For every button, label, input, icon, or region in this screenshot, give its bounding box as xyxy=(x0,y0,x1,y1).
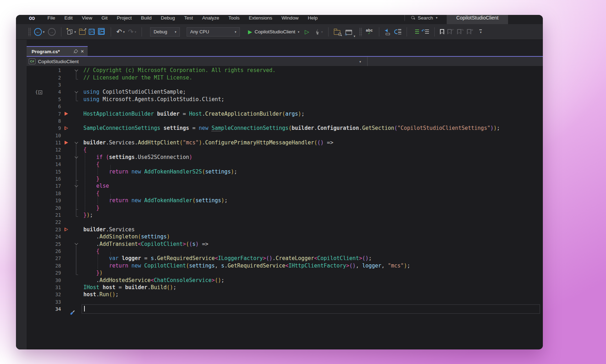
code-line[interactable]: 28 return new CopilotClient(settings, s.… xyxy=(27,262,543,269)
toggle-bookmark-button[interactable] xyxy=(440,29,444,34)
code-line[interactable]: 5using Microsoft.Agents.CopilotStudio.Cl… xyxy=(27,96,543,103)
solution-platform-dropdown[interactable]: Any CPU ▾ xyxy=(187,27,240,37)
new-project-button[interactable]: ✦ ▾ xyxy=(67,28,76,35)
previous-bookmark-button[interactable]: ↶ xyxy=(447,29,454,34)
search-box[interactable]: Search ▾ xyxy=(401,15,437,21)
tab-program-cs[interactable]: Program.cs* ✕ xyxy=(27,46,88,56)
undo-button[interactable]: ↶ ▾ xyxy=(116,28,125,35)
code-line[interactable]: 24 .AddSingleton(settings) xyxy=(27,233,543,240)
code-line[interactable]: 30 .AddHostedService<ChatConsoleService>… xyxy=(27,276,543,283)
menu-item-git[interactable]: Git xyxy=(97,15,112,21)
start-without-debugging-button[interactable]: ▷ xyxy=(305,28,309,35)
spell-checker-button[interactable]: abc ✓ xyxy=(366,28,373,35)
save-button[interactable] xyxy=(89,29,95,35)
hot-reload-button[interactable]: ▾ xyxy=(312,29,323,35)
next-bookmark-button[interactable]: ↷ xyxy=(457,29,464,34)
redo-button[interactable]: ↷ ▾ xyxy=(128,28,136,35)
menu-item-view[interactable]: View xyxy=(77,15,97,21)
fold-chevron-icon[interactable] xyxy=(72,70,81,71)
menu-item-edit[interactable]: Edit xyxy=(60,15,77,21)
fold-chevron-icon[interactable] xyxy=(72,92,81,93)
start-debugging-button[interactable]: ▶ CopilotStudioClient ▾ xyxy=(248,29,299,35)
fold-chevron-icon[interactable] xyxy=(72,142,81,143)
select-element-button[interactable]: ➤ xyxy=(385,29,391,35)
code-line[interactable]: 19 return new AddTokenHandler(settings); xyxy=(27,197,543,204)
code-line[interactable]: 12{ xyxy=(27,146,543,153)
save-all-button[interactable] xyxy=(98,28,105,35)
code-line[interactable]: 18 { xyxy=(27,190,543,197)
collapsed-panel-strip[interactable] xyxy=(16,40,27,349)
change-marker-icon[interactable] xyxy=(61,126,72,130)
code-line[interactable]: 1// Copyright (c) Microsoft Corporation.… xyxy=(27,67,543,74)
toolbar-overflow-button[interactable]: ▾ xyxy=(479,29,482,34)
solution-configuration-dropdown[interactable]: Debug ▾ xyxy=(150,27,180,37)
change-marker-icon[interactable] xyxy=(61,141,72,145)
pin-icon[interactable] xyxy=(73,49,77,54)
code-line[interactable]: 10 xyxy=(27,132,543,139)
menu-item-file[interactable]: File xyxy=(43,15,60,21)
code-line[interactable]: 27 var logger = s.GetRequiredService<ILo… xyxy=(27,255,543,262)
code-line[interactable]: 17 else xyxy=(27,182,543,189)
code-line[interactable]: 25 .AddTransient<CopilotClient>((s) => xyxy=(27,240,543,247)
menu-item-project[interactable]: Project xyxy=(112,15,136,21)
menu-item-debug[interactable]: Debug xyxy=(156,15,180,21)
code-token: ( xyxy=(189,241,192,247)
navigate-back-button[interactable]: ← ▾ xyxy=(34,28,45,36)
menu-item-tools[interactable]: Tools xyxy=(224,15,244,21)
code-line[interactable]: {↗4using CopilotStudioClientSample; xyxy=(27,88,543,95)
solution-name-badge[interactable]: CopilotStudioClient xyxy=(447,15,508,24)
menu-item-test[interactable]: Test xyxy=(180,15,198,21)
code-line[interactable]: 32host.Run(); xyxy=(27,291,543,298)
menu-item-window[interactable]: Window xyxy=(277,15,303,21)
code-line[interactable]: 6 xyxy=(27,103,543,110)
chevron-down-icon[interactable]: ▾ xyxy=(75,30,76,34)
code-line[interactable]: 20 } xyxy=(27,204,543,211)
code-line[interactable]: 11builder.Services.AddHttpClient("mcs").… xyxy=(27,139,543,146)
toolbar-grip-handle[interactable] xyxy=(359,27,362,37)
tab-title[interactable]: Program.cs* xyxy=(32,49,70,54)
chevron-down-icon[interactable]: ▾ xyxy=(359,60,361,64)
code-line[interactable]: 8 xyxy=(27,117,543,125)
open-file-button[interactable]: ↗ xyxy=(79,29,86,35)
code-editor[interactable]: 1// Copyright (c) Microsoft Corporation.… xyxy=(27,66,543,349)
close-icon[interactable]: ✕ xyxy=(81,49,84,54)
code-line[interactable]: 16 } xyxy=(27,175,543,182)
menu-item-extensions[interactable]: Extensions xyxy=(244,15,277,21)
code-line[interactable]: 31IHost host = builder.Build(); xyxy=(27,284,543,291)
code-line[interactable]: 21}); xyxy=(27,211,543,219)
quick-actions-screwdriver-icon[interactable] xyxy=(70,310,75,315)
solution-explorer-button[interactable]: ⌂ xyxy=(346,29,352,35)
find-in-files-button[interactable] xyxy=(334,29,340,35)
code-line[interactable]: 14 { xyxy=(27,161,543,168)
code-line[interactable]: 26 { xyxy=(27,248,543,255)
indent-lines-button[interactable] xyxy=(412,29,419,35)
code-line[interactable]: 9SampleConnectionSettings settings = new… xyxy=(27,125,543,132)
fold-chevron-icon[interactable] xyxy=(72,243,81,244)
chevron-down-icon[interactable]: ▾ xyxy=(436,16,437,20)
code-line[interactable]: 29 }) xyxy=(27,269,543,276)
breadcrumb-project[interactable]: CopilotStudioClient xyxy=(38,59,79,64)
menu-item-help[interactable]: Help xyxy=(303,15,322,21)
code-line[interactable]: 2// Licensed under the MIT License. xyxy=(27,74,543,81)
menu-item-analyze[interactable]: Analyze xyxy=(198,15,224,21)
using-directives-margin-icon[interactable]: {↗ xyxy=(27,89,45,95)
chevron-down-icon[interactable]: ▾ xyxy=(354,34,356,38)
navigate-to-code-button[interactable] xyxy=(394,29,401,35)
search-label[interactable]: Search xyxy=(418,15,433,21)
code-line[interactable]: 23builder.Services xyxy=(27,226,543,233)
clear-bookmarks-button[interactable]: ✕ xyxy=(467,29,474,34)
navigate-forward-button[interactable]: → xyxy=(48,28,56,36)
chevron-down-icon[interactable]: ▾ xyxy=(43,30,45,34)
code-line[interactable]: 3 xyxy=(27,81,543,88)
chevron-down-icon[interactable]: ▾ xyxy=(298,30,299,34)
change-marker-icon[interactable] xyxy=(61,112,72,116)
chevron-down-icon[interactable]: ▾ xyxy=(123,30,125,34)
format-document-button[interactable]: ↶ xyxy=(422,29,429,35)
code-line[interactable]: 15 return new AddTokenHandlerS2S(setting… xyxy=(27,168,543,175)
toolbar-grip-handle[interactable] xyxy=(28,27,31,37)
code-line[interactable]: 22 xyxy=(27,219,543,226)
menu-item-build[interactable]: Build xyxy=(136,15,156,21)
change-marker-icon[interactable] xyxy=(61,227,72,231)
code-line[interactable]: 13 if (settings.UseS2SConnection) xyxy=(27,154,543,161)
code-line[interactable]: 7HostApplicationBuilder builder = Host.C… xyxy=(27,110,543,117)
